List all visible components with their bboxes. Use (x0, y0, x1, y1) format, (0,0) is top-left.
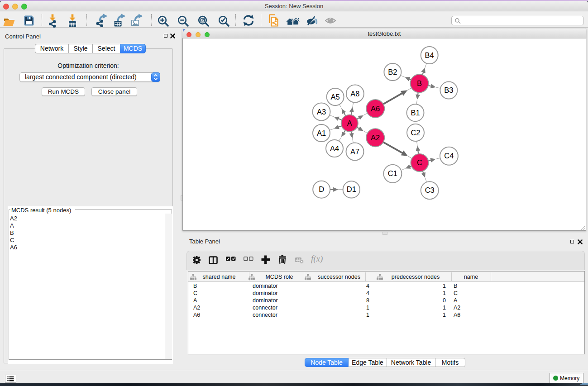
svg-text:B3: B3 (444, 86, 453, 94)
svg-text:C4: C4 (444, 152, 454, 160)
svg-text:B4: B4 (425, 51, 434, 59)
svg-text:A7: A7 (350, 148, 359, 156)
svg-text:B1: B1 (411, 109, 420, 117)
svg-text:A1: A1 (317, 129, 326, 137)
svg-text:A4: A4 (330, 144, 339, 152)
svg-text:C1: C1 (388, 169, 397, 177)
svg-text:C: C (417, 158, 422, 167)
svg-text:A6: A6 (371, 105, 380, 113)
svg-text:A8: A8 (350, 90, 359, 98)
svg-text:A2: A2 (371, 133, 380, 142)
svg-text:B2: B2 (388, 68, 397, 76)
svg-text:D1: D1 (347, 185, 356, 193)
svg-text:C2: C2 (411, 129, 420, 137)
svg-text:A: A (347, 119, 352, 127)
svg-text:C3: C3 (425, 186, 435, 194)
svg-text:A5: A5 (331, 93, 340, 101)
svg-text:D: D (319, 185, 324, 193)
svg-text:B: B (417, 79, 422, 87)
svg-text:A3: A3 (317, 108, 326, 116)
